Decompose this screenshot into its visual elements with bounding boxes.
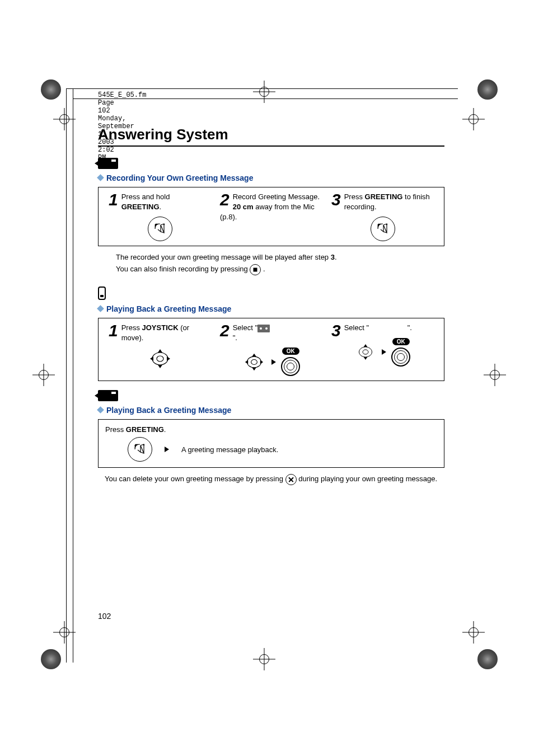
- section1-heading: Recording Your Own Greeting Message: [98, 173, 444, 182]
- section3-note: You can delete your own greeting message…: [105, 473, 444, 485]
- step-3: 3 Press GREETING to finish recording.: [327, 192, 438, 241]
- base-unit-icon: [98, 390, 118, 401]
- section3-result: A greeting message playback.: [181, 445, 278, 454]
- register-mark-icon: [477, 649, 498, 669]
- step-number: 1: [109, 192, 118, 207]
- crop-mark-icon: [53, 621, 76, 644]
- crop-mark-icon: [253, 81, 275, 103]
- diamond-bullet-icon: [97, 406, 104, 414]
- section3-box: Press GREETING. A greeting message playb…: [98, 419, 444, 468]
- svg-point-5: [251, 359, 257, 364]
- dial-button-icon: [391, 348, 410, 367]
- arrow-right-icon: [382, 349, 386, 355]
- step-number: 3: [331, 192, 341, 207]
- greeting-button-icon: [371, 217, 395, 241]
- register-mark-icon: [41, 79, 61, 100]
- svg-point-6: [359, 347, 372, 357]
- svg-point-3: [157, 356, 163, 361]
- section1-steps: 1 Press and hold GREETING. 2 Record Gree…: [98, 187, 444, 246]
- step-number: 3: [331, 323, 341, 338]
- page-title: Answering System: [98, 126, 444, 143]
- handset-icon: [98, 287, 106, 300]
- dial-button-icon: [281, 357, 300, 376]
- greeting-button-icon: [128, 437, 152, 462]
- section2-heading: Playing Back a Greeting Message: [98, 304, 444, 313]
- svg-point-0: [163, 224, 164, 225]
- step-number: 2: [220, 323, 229, 338]
- svg-point-7: [363, 350, 368, 354]
- ok-button-icon: OK: [392, 338, 410, 345]
- diamond-bullet-icon: [97, 174, 104, 181]
- step-2: 2 Record Greeting Message. 20 cm away fr…: [216, 192, 327, 241]
- joystick-icon: [147, 348, 173, 370]
- step-2: 2 Select "". OK: [216, 323, 327, 376]
- crop-mark-icon: [53, 108, 76, 130]
- step-number: 1: [109, 323, 118, 338]
- svg-point-8: [143, 444, 144, 445]
- crop-mark-icon: [253, 648, 275, 670]
- crop-mark-icon: [32, 364, 55, 386]
- crop-mark-icon: [462, 621, 485, 644]
- section1-note: The recorded your own greeting message w…: [116, 252, 444, 275]
- section3-heading: Playing Back a Greeting Message: [98, 406, 444, 415]
- crop-mark-icon: [462, 108, 485, 130]
- joystick-vertical-icon: [355, 342, 376, 362]
- ok-button-icon: OK: [282, 348, 299, 355]
- svg-point-1: [386, 224, 387, 225]
- page-number: 102: [98, 612, 111, 621]
- stop-button-icon: [250, 264, 261, 275]
- page-frame-line: [66, 88, 67, 663]
- joystick-icon: [242, 352, 266, 372]
- arrow-right-icon: [165, 447, 169, 452]
- step-3: 3 Select " ". OK: [327, 323, 438, 376]
- step-1: 1 Press and hold GREETING.: [104, 192, 216, 241]
- base-unit-icon: [98, 158, 118, 169]
- step-1: 1 Press JOYSTICK (or move).: [104, 323, 216, 376]
- title-rule: [98, 145, 444, 147]
- page-frame-line: [73, 88, 73, 663]
- svg-point-4: [247, 356, 261, 368]
- crop-mark-icon: [484, 364, 506, 386]
- svg-point-2: [152, 353, 168, 365]
- page-frame-line: [66, 88, 458, 89]
- diamond-bullet-icon: [97, 305, 104, 312]
- section2-steps: 1 Press JOYSTICK (or move). 2 Select "".…: [98, 318, 444, 381]
- register-mark-icon: [477, 79, 498, 100]
- arrow-right-icon: [271, 359, 276, 365]
- greeting-button-icon: [148, 217, 172, 241]
- step-number: 2: [220, 192, 229, 207]
- register-mark-icon: [41, 649, 61, 669]
- delete-button-icon: [285, 474, 297, 485]
- tape-icon: [257, 325, 270, 332]
